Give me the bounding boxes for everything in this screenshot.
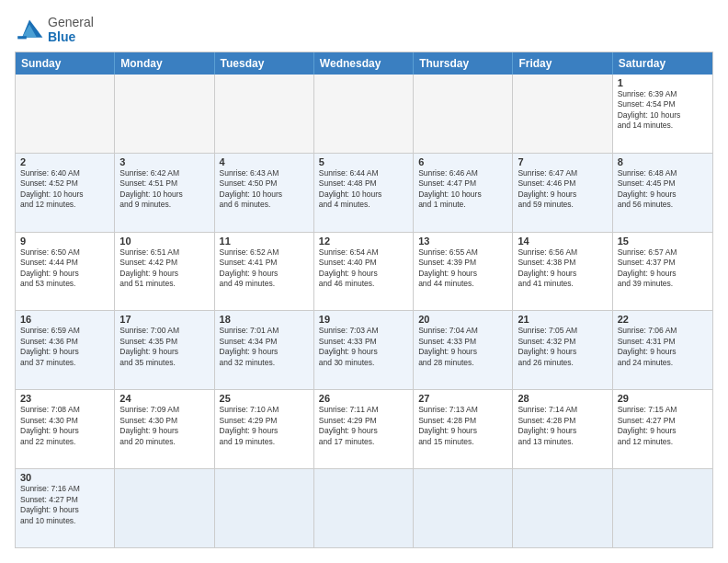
calendar-cell: 15Sunrise: 6:57 AM Sunset: 4:37 PM Dayli…	[613, 233, 712, 311]
day-header: Sunday	[16, 52, 115, 75]
calendar-cell: 29Sunrise: 7:15 AM Sunset: 4:27 PM Dayli…	[613, 390, 712, 468]
cell-day-number: 6	[418, 156, 507, 167]
calendar-cell: 8Sunrise: 6:48 AM Sunset: 4:45 PM Daylig…	[613, 154, 712, 232]
calendar-row: 1Sunrise: 6:39 AM Sunset: 4:54 PM Daylig…	[16, 75, 712, 153]
calendar-row: 9Sunrise: 6:50 AM Sunset: 4:44 PM Daylig…	[16, 232, 712, 311]
cell-sun-info: Sunrise: 7:05 AM Sunset: 4:32 PM Dayligh…	[518, 326, 607, 368]
calendar-cell: 30Sunrise: 7:16 AM Sunset: 4:27 PM Dayli…	[16, 469, 115, 547]
cell-day-number: 17	[119, 314, 209, 325]
calendar-cell	[314, 75, 414, 153]
cell-day-number: 24	[119, 393, 209, 404]
cell-day-number: 11	[220, 236, 309, 247]
cell-sun-info: Sunrise: 6:42 AM Sunset: 4:51 PM Dayligh…	[119, 168, 209, 211]
header: General Blue	[15, 15, 713, 44]
calendar-row: 23Sunrise: 7:08 AM Sunset: 4:30 PM Dayli…	[16, 389, 712, 468]
calendar-cell: 27Sunrise: 7:13 AM Sunset: 4:28 PM Dayli…	[414, 390, 513, 468]
cell-day-number: 27	[418, 393, 507, 404]
calendar-cell: 3Sunrise: 6:42 AM Sunset: 4:51 PM Daylig…	[115, 154, 214, 232]
cell-sun-info: Sunrise: 6:51 AM Sunset: 4:42 PM Dayligh…	[119, 247, 209, 290]
calendar-cell: 13Sunrise: 6:55 AM Sunset: 4:39 PM Dayli…	[414, 233, 513, 311]
calendar-cell	[115, 469, 214, 547]
cell-day-number: 5	[319, 156, 408, 167]
cell-day-number: 15	[618, 236, 708, 247]
day-header: Saturday	[613, 52, 712, 75]
calendar-cell	[215, 75, 314, 153]
calendar: SundayMondayTuesdayWednesdayThursdayFrid…	[15, 52, 713, 548]
cell-day-number: 21	[518, 314, 607, 325]
cell-day-number: 10	[119, 236, 209, 247]
logo-icon	[15, 17, 44, 42]
calendar-cell	[414, 469, 513, 547]
calendar-cell: 22Sunrise: 7:06 AM Sunset: 4:31 PM Dayli…	[613, 311, 712, 389]
cell-day-number: 28	[518, 393, 607, 404]
calendar-body: 1Sunrise: 6:39 AM Sunset: 4:54 PM Daylig…	[16, 75, 712, 547]
cell-day-number: 19	[319, 314, 408, 325]
cell-day-number: 14	[518, 236, 607, 247]
cell-sun-info: Sunrise: 7:16 AM Sunset: 4:27 PM Dayligh…	[20, 484, 109, 526]
cell-sun-info: Sunrise: 6:46 AM Sunset: 4:47 PM Dayligh…	[418, 168, 507, 211]
day-header: Wednesday	[314, 52, 414, 75]
cell-sun-info: Sunrise: 7:13 AM Sunset: 4:28 PM Dayligh…	[418, 405, 507, 447]
day-header: Friday	[513, 52, 612, 75]
cell-day-number: 23	[20, 393, 109, 404]
calendar-row: 2Sunrise: 6:40 AM Sunset: 4:52 PM Daylig…	[16, 153, 712, 232]
cell-day-number: 16	[20, 314, 109, 325]
cell-sun-info: Sunrise: 6:50 AM Sunset: 4:44 PM Dayligh…	[20, 247, 109, 290]
cell-day-number: 8	[618, 156, 708, 167]
day-headers: SundayMondayTuesdayWednesdayThursdayFrid…	[16, 52, 712, 75]
cell-sun-info: Sunrise: 7:11 AM Sunset: 4:29 PM Dayligh…	[319, 405, 408, 447]
calendar-cell: 25Sunrise: 7:10 AM Sunset: 4:29 PM Dayli…	[215, 390, 314, 468]
calendar-cell	[314, 469, 414, 547]
calendar-cell: 16Sunrise: 6:59 AM Sunset: 4:36 PM Dayli…	[16, 311, 115, 389]
calendar-cell: 24Sunrise: 7:09 AM Sunset: 4:30 PM Dayli…	[115, 390, 214, 468]
cell-sun-info: Sunrise: 6:43 AM Sunset: 4:50 PM Dayligh…	[220, 168, 309, 211]
calendar-cell: 11Sunrise: 6:52 AM Sunset: 4:41 PM Dayli…	[215, 233, 314, 311]
cell-day-number: 22	[618, 314, 708, 325]
calendar-cell: 7Sunrise: 6:47 AM Sunset: 4:46 PM Daylig…	[513, 154, 612, 232]
cell-day-number: 29	[618, 393, 708, 404]
calendar-cell: 2Sunrise: 6:40 AM Sunset: 4:52 PM Daylig…	[16, 154, 115, 232]
cell-day-number: 12	[319, 236, 408, 247]
calendar-cell: 23Sunrise: 7:08 AM Sunset: 4:30 PM Dayli…	[16, 390, 115, 468]
cell-sun-info: Sunrise: 6:48 AM Sunset: 4:45 PM Dayligh…	[618, 168, 708, 211]
cell-day-number: 2	[20, 156, 109, 167]
cell-sun-info: Sunrise: 6:44 AM Sunset: 4:48 PM Dayligh…	[319, 168, 408, 211]
calendar-cell: 12Sunrise: 6:54 AM Sunset: 4:40 PM Dayli…	[314, 233, 414, 311]
cell-sun-info: Sunrise: 7:01 AM Sunset: 4:34 PM Dayligh…	[220, 326, 309, 368]
calendar-cell	[513, 469, 612, 547]
calendar-cell	[115, 75, 214, 153]
calendar-cell: 14Sunrise: 6:56 AM Sunset: 4:38 PM Dayli…	[513, 233, 612, 311]
calendar-cell: 17Sunrise: 7:00 AM Sunset: 4:35 PM Dayli…	[115, 311, 214, 389]
calendar-cell	[16, 75, 115, 153]
cell-sun-info: Sunrise: 6:56 AM Sunset: 4:38 PM Dayligh…	[518, 247, 607, 290]
cell-day-number: 7	[518, 156, 607, 167]
cell-sun-info: Sunrise: 6:54 AM Sunset: 4:40 PM Dayligh…	[319, 247, 408, 290]
cell-sun-info: Sunrise: 6:59 AM Sunset: 4:36 PM Dayligh…	[20, 326, 109, 368]
cell-sun-info: Sunrise: 6:47 AM Sunset: 4:46 PM Dayligh…	[518, 168, 607, 211]
calendar-cell	[613, 469, 712, 547]
logo-text: General Blue	[48, 15, 94, 44]
calendar-cell	[414, 75, 513, 153]
calendar-cell	[513, 75, 612, 153]
logo: General Blue	[15, 15, 94, 44]
svg-rect-2	[17, 36, 27, 39]
calendar-cell: 1Sunrise: 6:39 AM Sunset: 4:54 PM Daylig…	[613, 75, 712, 153]
calendar-cell: 9Sunrise: 6:50 AM Sunset: 4:44 PM Daylig…	[16, 233, 115, 311]
calendar-cell: 28Sunrise: 7:14 AM Sunset: 4:28 PM Dayli…	[513, 390, 612, 468]
calendar-cell: 26Sunrise: 7:11 AM Sunset: 4:29 PM Dayli…	[314, 390, 414, 468]
cell-day-number: 13	[418, 236, 507, 247]
cell-day-number: 25	[220, 393, 309, 404]
cell-sun-info: Sunrise: 7:08 AM Sunset: 4:30 PM Dayligh…	[20, 405, 109, 447]
cell-day-number: 26	[319, 393, 408, 404]
calendar-cell: 6Sunrise: 6:46 AM Sunset: 4:47 PM Daylig…	[414, 154, 513, 232]
day-header: Thursday	[414, 52, 513, 75]
cell-sun-info: Sunrise: 7:03 AM Sunset: 4:33 PM Dayligh…	[319, 326, 408, 368]
day-header: Tuesday	[215, 52, 314, 75]
calendar-cell: 20Sunrise: 7:04 AM Sunset: 4:33 PM Dayli…	[414, 311, 513, 389]
cell-sun-info: Sunrise: 7:06 AM Sunset: 4:31 PM Dayligh…	[618, 326, 708, 368]
cell-sun-info: Sunrise: 7:09 AM Sunset: 4:30 PM Dayligh…	[119, 405, 209, 447]
cell-day-number: 30	[20, 472, 109, 483]
page: General Blue SundayMondayTuesdayWednesda…	[0, 0, 728, 563]
cell-sun-info: Sunrise: 6:55 AM Sunset: 4:39 PM Dayligh…	[418, 247, 507, 290]
cell-day-number: 3	[119, 156, 209, 167]
